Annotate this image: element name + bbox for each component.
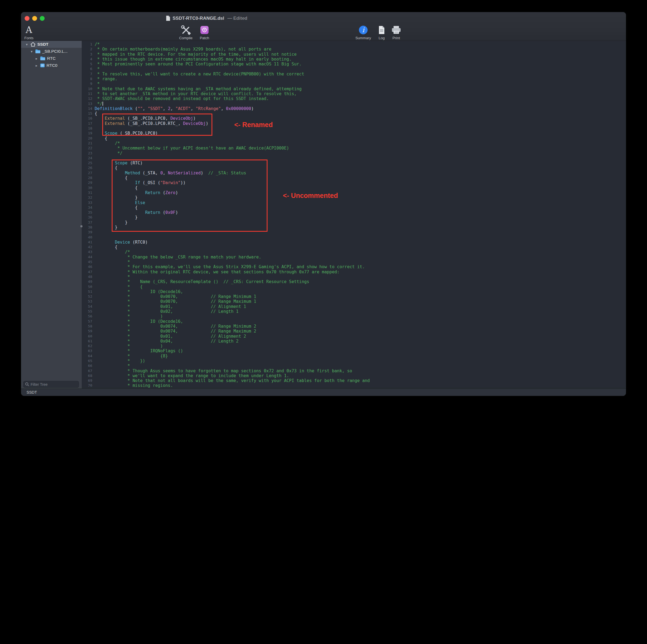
code-token: { (95, 185, 138, 190)
code-line[interactable]: 61 * 0x04, // Length 2 (82, 339, 626, 344)
code-line[interactable]: 24 (82, 156, 626, 161)
chevron-down-icon[interactable]: ▾ (30, 50, 33, 54)
code-line[interactable]: 6 * (82, 67, 626, 71)
code-line[interactable]: 22 * Uncomment below if your ACPI doesn'… (82, 146, 626, 151)
code-line[interactable]: 59 * 0x0074, // Range Maximum 2 (82, 329, 626, 334)
code-line[interactable]: 57 * IO (Decode16, (82, 319, 626, 324)
tree-item-rtc[interactable]: ▸ RTC (21, 55, 82, 62)
code-line[interactable]: 55 * 0x02, // Length 1 (82, 309, 626, 314)
chevron-right-icon[interactable]: ▸ (34, 64, 39, 68)
code-line[interactable]: 69 * Note that not all boards will be th… (82, 378, 626, 383)
code-line[interactable]: 45 * (82, 259, 626, 264)
code-editor[interactable]: 1/*2 * On certain motherboards(mainly As… (82, 41, 626, 389)
code-line[interactable]: 25 Scope (RTC) (82, 161, 626, 165)
code-line-text: { (92, 111, 97, 116)
code-line[interactable]: 16 External (_SB_.PCI0.LPC0, DeviceObj) (82, 116, 626, 121)
compile-button[interactable]: Compile (177, 25, 195, 40)
code-line[interactable]: 26 { (82, 165, 626, 170)
code-line[interactable]: 51 * IO (Decode16, (82, 289, 626, 294)
filter-tree-input[interactable] (30, 382, 77, 387)
code-line[interactable]: 56 * ) (82, 314, 626, 319)
code-line[interactable]: 17 External (_SB_.PCI0.LPC0.RTC_, Device… (82, 121, 626, 126)
code-line[interactable]: 30 { (82, 185, 626, 190)
code-line[interactable]: 19 Scope (_SB.PCI0.LPC0) (82, 131, 626, 136)
code-line[interactable]: 50 * { (82, 285, 626, 289)
code-line[interactable]: 52 * 0x0070, // Range Minimum 1 (82, 294, 626, 299)
code-line-text: * {8} (92, 354, 168, 358)
code-line[interactable]: 38 } (82, 225, 626, 230)
code-line[interactable]: 47 * Within the original RTC device, we … (82, 269, 626, 274)
code-line[interactable]: 28 { (82, 175, 626, 180)
code-line[interactable]: 8 * range. (82, 77, 626, 81)
code-line[interactable]: 10 * Note that due to AWAC systems havin… (82, 86, 626, 91)
code-line[interactable]: 65 * }) (82, 358, 626, 364)
code-line[interactable]: 67 * Though Asus seems to have forgotten… (82, 369, 626, 373)
close-button[interactable] (25, 16, 29, 21)
code-line[interactable]: 33 Else (82, 200, 626, 205)
code-line[interactable]: 1/* (82, 42, 626, 47)
divider-grab-handle[interactable] (80, 225, 82, 227)
code-line[interactable]: 7 * To resolve this, we'll want to creat… (82, 72, 626, 77)
code-line[interactable]: 58 * 0x0074, // Range Minimum 2 (82, 324, 626, 329)
code-line[interactable]: 53 * 0x0070, // Range Maximum 1 (82, 299, 626, 304)
code-line[interactable]: 42 { (82, 245, 626, 250)
titlebar[interactable]: SSDT-RTC0-RANGE.dsl — Edited (21, 12, 626, 24)
code-line[interactable]: 40 (82, 235, 626, 240)
code-line[interactable]: 62 * ) (82, 344, 626, 348)
code-line[interactable]: 27 Method (_STA, 0, NotSerialized) // _S… (82, 171, 626, 175)
code-line[interactable]: 34 { (82, 205, 626, 210)
code-line[interactable]: 36 } (82, 215, 626, 220)
zoom-button[interactable] (40, 16, 45, 21)
code-line[interactable]: 11 * to set another _STA method in your … (82, 91, 626, 96)
print-button[interactable]: Print (387, 25, 405, 40)
code-line[interactable]: 68 * we'll want to expand the range to i… (82, 373, 626, 378)
code-line[interactable]: 20 { (82, 136, 626, 141)
code-line[interactable]: 23 */ (82, 151, 626, 156)
code-line[interactable]: 18 (82, 126, 626, 131)
code-line[interactable]: 63 * IRQNoFlags () (82, 348, 626, 353)
code-line[interactable]: 15{ (82, 111, 626, 116)
code-line[interactable]: 70 * missing regions. (82, 383, 626, 388)
code-line[interactable]: 14DefinitionBlock ("", "SSDT", 2, "ACDT"… (82, 106, 626, 111)
line-number: 53 (82, 299, 92, 304)
code-line[interactable]: 54 * 0x01, // Alignment 1 (82, 304, 626, 309)
code-line[interactable]: 21 /* (82, 141, 626, 146)
line-number: 40 (82, 235, 92, 240)
code-line[interactable]: 39 (82, 230, 626, 235)
code-line[interactable]: 5 * Most prominently seen around the PCI… (82, 62, 626, 67)
code-line[interactable]: 64 * {8} (82, 354, 626, 358)
code-line[interactable]: 43 /* (82, 250, 626, 254)
code-line[interactable]: 49 * Name (_CRS, ResourceTemplate () // … (82, 279, 626, 284)
code-line[interactable]: 66 * (82, 364, 626, 368)
code-line[interactable]: 44 * Change the below _CSR range to matc… (82, 255, 626, 259)
code-token: } (95, 195, 138, 200)
summary-button[interactable]: i Summary (355, 25, 372, 40)
code-line[interactable]: 37 } (82, 220, 626, 225)
code-line[interactable]: 31 Return (Zero) (82, 190, 626, 195)
code-line[interactable]: 35 Return (0x0F) (82, 210, 626, 215)
code-line[interactable]: 60 * 0x01, // Alignment 2 (82, 334, 626, 339)
code-line-text (92, 230, 95, 235)
patch-button[interactable]: Patch (196, 25, 213, 40)
fonts-button[interactable]: A Fonts (21, 25, 37, 40)
tree-item-sb-pci0[interactable]: ▾ _SB.PCI0.L... (21, 48, 82, 55)
code-line[interactable]: 4 * this issue though in extreme circums… (82, 57, 626, 62)
code-line[interactable]: 46 * For this example, we'll use the Asu… (82, 264, 626, 269)
chevron-down-icon[interactable]: ▾ (25, 43, 29, 47)
code-line[interactable]: 2 * On certain motherboards(mainly Asus … (82, 47, 626, 52)
code-line[interactable]: 13 */ (82, 101, 626, 106)
code-line[interactable]: 9 * (82, 81, 626, 86)
code-line[interactable]: 12 * SSDT-AWAC should be removed and ins… (82, 96, 626, 101)
code-line[interactable]: 48 * (82, 274, 626, 279)
code-line[interactable]: 29 If (_OSI ("Darwin")) (82, 180, 626, 185)
line-number: 67 (82, 369, 92, 373)
line-number: 37 (82, 220, 92, 225)
tree-item-rtc0[interactable]: ▸ RTC0 (21, 62, 82, 69)
code-line[interactable]: 32 } (82, 195, 626, 200)
minimize-button[interactable] (32, 16, 37, 21)
code-line[interactable]: 41 Device (RTC0) (82, 240, 626, 245)
tree-item-ssdt[interactable]: ▾ SSDT (21, 41, 82, 48)
code-line[interactable]: 3 * mapped in the RTC device. For the ma… (82, 52, 626, 57)
chevron-right-icon[interactable]: ▸ (34, 57, 39, 61)
code-token: , (221, 106, 226, 111)
